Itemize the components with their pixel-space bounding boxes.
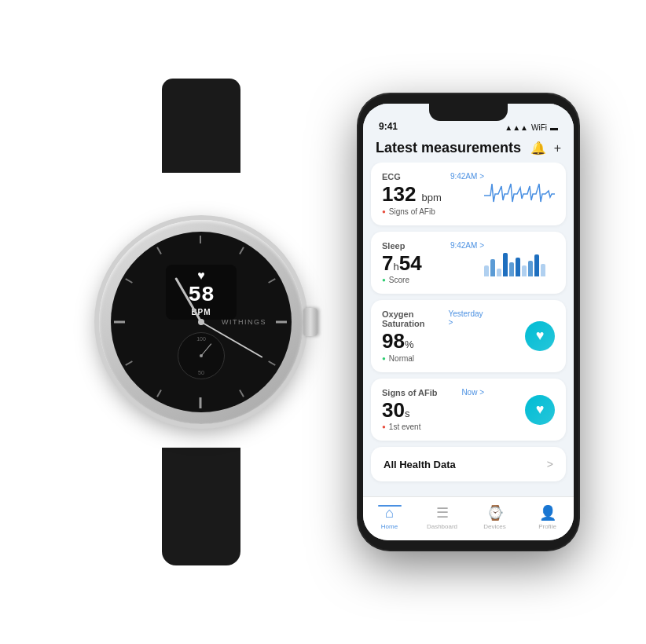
- sleep-card-header: Sleep 9:42AM >: [382, 241, 484, 251]
- watch-band-bottom: [162, 448, 240, 565]
- oxygen-value: 98%: [382, 330, 484, 353]
- oxygen-title: Oxygen Saturation: [382, 309, 448, 328]
- afib-icon-area: ♥: [484, 395, 555, 425]
- bell-icon[interactable]: 🔔: [530, 141, 546, 156]
- bottom-nav: ⌂ Home ☰ Dashboard ⌚ Devices 👤 Profile: [363, 496, 574, 540]
- ecg-dot: ●: [382, 208, 386, 215]
- watch-body: ♥ 58 BPM 100 50 WITHINGS: [99, 220, 303, 424]
- sleep-bar: [509, 262, 514, 276]
- phone: 9:41 ▲▲▲ WiFi ▬ Latest measurements 🔔 +: [358, 94, 578, 550]
- bpm-number: 58: [188, 284, 215, 306]
- all-health-chevron: >: [547, 458, 553, 470]
- watch-band-top: [162, 79, 240, 173]
- watch-crown: [303, 308, 317, 336]
- oxygen-status: ● Normal: [382, 354, 484, 363]
- all-health-row[interactable]: All Health Data >: [371, 447, 566, 481]
- heart-icon: ♥: [197, 269, 205, 283]
- sub-dial-50-label: 50: [198, 370, 204, 375]
- sleep-card-body: Sleep 9:42AM > 7h54 ● Score: [382, 241, 555, 285]
- ecg-status: ● Signs of AFib: [382, 207, 484, 216]
- add-icon[interactable]: +: [554, 141, 561, 156]
- ecg-status-text: Signs of AFib: [389, 207, 435, 216]
- watch-display: ♥ 58 BPM: [166, 265, 237, 320]
- afib-dot: ●: [382, 423, 386, 430]
- app-title: Latest measurements: [376, 140, 521, 156]
- ecg-card-header: ECG 9:42AM >: [382, 172, 484, 181]
- ecg-card-body: ECG 9:42AM > 132 bpm ● Signs of AFib: [382, 172, 555, 216]
- oxygen-time: Yesterday >: [448, 309, 484, 327]
- devices-label: Devices: [483, 523, 505, 530]
- watch-face: ♥ 58 BPM 100 50 WITHINGS: [111, 232, 292, 412]
- scene: ♥ 58 BPM 100 50 WITHINGS: [0, 0, 646, 644]
- nav-home[interactable]: ⌂ Home: [363, 505, 416, 530]
- sleep-chart-area: [484, 248, 555, 276]
- sleep-card[interactable]: Sleep 9:42AM > 7h54 ● Score: [371, 232, 566, 295]
- afib-icon: ♥: [525, 395, 555, 425]
- ecg-title: ECG: [382, 172, 401, 181]
- oxygen-card-header: Oxygen Saturation Yesterday >: [382, 309, 484, 328]
- afib-card-header: Signs of AFib Now >: [382, 388, 484, 397]
- devices-icon: ⌚: [486, 504, 504, 521]
- oxygen-dot: ●: [382, 355, 386, 362]
- afib-status-text: 1st event: [389, 423, 421, 431]
- phone-notch: [429, 104, 508, 121]
- watch: ♥ 58 BPM 100 50 WITHINGS: [68, 79, 335, 565]
- sleep-bar: [516, 258, 520, 276]
- ecg-time: 9:42AM >: [450, 172, 484, 181]
- sleep-bar: [522, 265, 527, 276]
- profile-label: Profile: [538, 523, 556, 530]
- home-label: Home: [381, 523, 398, 530]
- sub-dial: 100 50: [178, 332, 225, 379]
- sleep-bar: [528, 261, 533, 276]
- scroll-content: ECG 9:42AM > 132 bpm ● Signs of AFib: [363, 163, 574, 496]
- afib-value: 30s: [382, 399, 484, 422]
- afib-status: ● 1st event: [382, 423, 484, 431]
- signal-icon: ▲▲▲: [505, 123, 528, 132]
- sleep-card-left: Sleep 9:42AM > 7h54 ● Score: [382, 241, 484, 285]
- dashboard-icon: ☰: [436, 504, 449, 521]
- afib-card-left: Signs of AFib Now > 30s ● 1st event: [382, 388, 484, 432]
- battery-icon: ▬: [550, 123, 558, 132]
- sub-dial-100-label: 100: [196, 336, 206, 342]
- nav-devices[interactable]: ⌚ Devices: [468, 504, 521, 530]
- sub-dial-center: [200, 354, 203, 357]
- status-icons: ▲▲▲ WiFi ▬: [505, 123, 558, 132]
- ecg-chart: [484, 180, 555, 208]
- watch-brand: WITHINGS: [222, 318, 266, 326]
- afib-time: Now >: [461, 388, 484, 397]
- oxygen-card-left: Oxygen Saturation Yesterday > 98% ● Norm…: [382, 309, 484, 363]
- sleep-status: ● Score: [382, 276, 484, 284]
- afib-card[interactable]: Signs of AFib Now > 30s ● 1st event: [371, 379, 566, 441]
- profile-icon: 👤: [539, 504, 556, 521]
- sleep-dot: ●: [382, 276, 386, 284]
- sleep-bar: [503, 253, 508, 276]
- home-icon: ⌂: [385, 505, 394, 521]
- sleep-time: 9:42AM >: [450, 241, 484, 250]
- status-time: 9:41: [379, 121, 398, 132]
- wifi-icon: WiFi: [531, 123, 547, 132]
- sleep-value: 7h54: [382, 252, 484, 275]
- ecg-value: 132 bpm: [382, 183, 484, 206]
- sleep-bar: [490, 259, 495, 276]
- header-icons: 🔔 +: [530, 141, 561, 156]
- oxygen-card[interactable]: Oxygen Saturation Yesterday > 98% ● Norm…: [371, 300, 566, 372]
- sleep-chart: [484, 248, 555, 276]
- ecg-card[interactable]: ECG 9:42AM > 132 bpm ● Signs of AFib: [371, 163, 566, 225]
- nav-profile[interactable]: 👤 Profile: [521, 504, 574, 530]
- afib-card-body: Signs of AFib Now > 30s ● 1st event: [382, 388, 555, 432]
- dashboard-label: Dashboard: [427, 523, 457, 530]
- watch-center-dot: [198, 319, 204, 325]
- ecg-card-left: ECG 9:42AM > 132 bpm ● Signs of AFib: [382, 172, 484, 216]
- sleep-bar: [497, 269, 501, 276]
- oxygen-card-body: Oxygen Saturation Yesterday > 98% ● Norm…: [382, 309, 555, 363]
- all-health-label: All Health Data: [384, 459, 456, 470]
- phone-body: 9:41 ▲▲▲ WiFi ▬ Latest measurements 🔔 +: [358, 94, 578, 550]
- oxygen-status-text: Normal: [389, 354, 414, 363]
- app-header: Latest measurements 🔔 +: [363, 135, 574, 163]
- sleep-bar: [534, 254, 539, 276]
- phone-screen: 9:41 ▲▲▲ WiFi ▬ Latest measurements 🔔 +: [363, 104, 574, 540]
- sleep-bar: [541, 264, 545, 276]
- oxygen-icon: ♥: [525, 321, 555, 351]
- sleep-bar: [484, 265, 489, 276]
- nav-dashboard[interactable]: ☰ Dashboard: [416, 504, 468, 530]
